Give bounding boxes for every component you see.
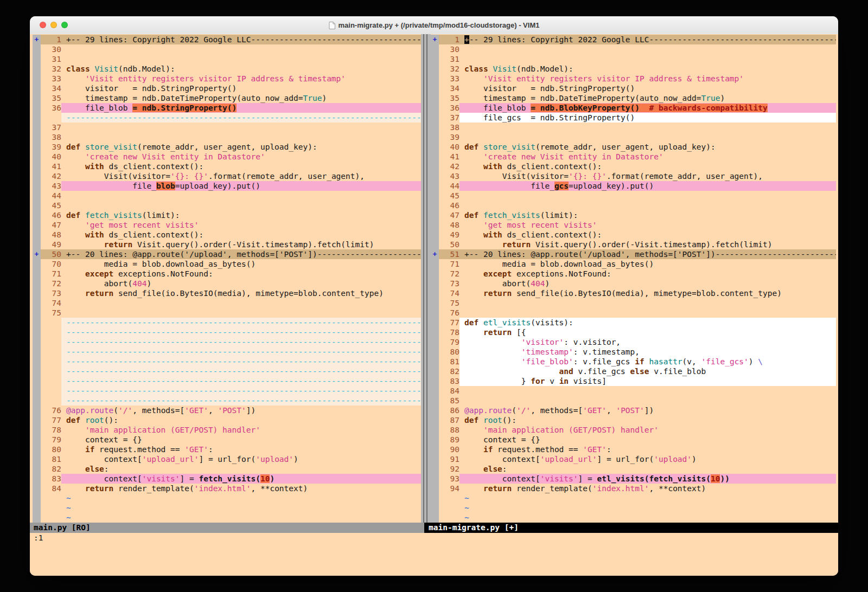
line-text[interactable]: 'Visit entity registers visitor IP addre… (459, 74, 836, 83)
line-text[interactable]: 'create new Visit entity in Datastore' (61, 152, 421, 162)
line-text[interactable]: return send_file(io.BytesIO(media), mime… (61, 288, 421, 298)
fold-expand-marker[interactable]: + (33, 35, 41, 44)
line-text[interactable] (61, 123, 421, 132)
line-text[interactable]: ----------------------------------------… (61, 386, 421, 396)
line-text[interactable]: context['visits'] = etl_visits(fetch_vis… (459, 474, 836, 484)
line-text[interactable] (459, 191, 836, 201)
code-line[interactable]: 41 with ds_client.context(): (33, 162, 421, 171)
code-line[interactable]: 32class Visit(ndb.Model): (33, 64, 421, 74)
code-line[interactable]: 78 'main application (GET/POST) handler' (33, 425, 421, 435)
line-text[interactable]: 'Visit entity registers visitor IP addre… (61, 74, 421, 83)
code-line[interactable]: 48 'get most recent visits' (431, 220, 836, 230)
line-text[interactable]: 'timestamp': v.timestamp, (459, 347, 836, 357)
code-line[interactable]: 87def root(): (431, 415, 836, 425)
line-text[interactable]: return render_template('index.html', **c… (459, 484, 836, 493)
line-text[interactable]: +-- 29 lines: Copyright 2022 Google LLC-… (61, 35, 421, 44)
line-text[interactable]: def fetch_visits(limit): (459, 210, 836, 220)
code-line[interactable]: 47def fetch_visits(limit): (431, 210, 836, 220)
code-line[interactable]: 78 return [{ (431, 327, 836, 337)
line-text[interactable]: +-- 20 lines: @app.route('/upload', meth… (61, 249, 421, 259)
line-text[interactable]: +-- 20 lines: @app.route('/upload', meth… (459, 249, 836, 259)
code-line[interactable]: 89 context = {} (431, 435, 836, 445)
line-text[interactable]: and v.file_gcs else v.file_blob (459, 366, 836, 376)
code-line[interactable]: 90 if request.method == 'GET': (431, 445, 836, 454)
code-line[interactable]: 88 'main application (GET/POST) handler' (431, 425, 836, 435)
vertical-split-separator[interactable] (421, 34, 431, 523)
code-line[interactable]: 84 return render_template('index.html', … (33, 484, 421, 493)
code-line[interactable]: 71 except exceptions.NotFound: (33, 269, 421, 279)
line-text[interactable]: ----------------------------------------… (61, 337, 421, 347)
line-text[interactable]: abort(404) (459, 279, 836, 288)
code-line[interactable]: 77def root(): (33, 415, 421, 425)
line-text[interactable]: file_blob = ndb.BlobKeyProperty() # back… (459, 103, 836, 113)
line-text[interactable] (459, 132, 836, 142)
line-text[interactable]: else: (61, 464, 421, 474)
line-text[interactable] (61, 132, 421, 142)
line-text[interactable] (459, 54, 836, 64)
code-line[interactable]: 79 'visitor': v.visitor, (431, 337, 836, 347)
line-text[interactable]: 'visitor': v.visitor, (459, 337, 836, 347)
code-line[interactable]: 46def fetch_visits(limit): (33, 210, 421, 220)
line-text[interactable]: file_blob=upload_key).put() (61, 181, 421, 191)
code-line[interactable]: 73 abort(404) (431, 279, 836, 288)
line-text[interactable]: if request.method == 'GET': (61, 445, 421, 454)
code-line[interactable]: 81 context['upload_url'] = url_for('uplo… (33, 454, 421, 464)
line-text[interactable] (61, 201, 421, 210)
filler-line[interactable]: ----------------------------------------… (33, 366, 421, 376)
line-text[interactable]: @app.route('/', methods=['GET', 'POST']) (459, 406, 836, 415)
line-text[interactable]: ----------------------------------------… (61, 113, 421, 123)
close-button[interactable] (40, 22, 46, 28)
line-text[interactable]: ----------------------------------------… (61, 357, 421, 366)
line-text[interactable]: timestamp = ndb.DateTimeProperty(auto_no… (61, 93, 421, 103)
tilde-line[interactable]: ~ (33, 503, 421, 513)
line-text[interactable] (459, 44, 836, 54)
code-line[interactable]: 75 (431, 298, 836, 308)
line-text[interactable]: def root(): (459, 415, 836, 425)
code-line[interactable]: 37 file_gcs = ndb.StringProperty() (431, 113, 836, 123)
code-line[interactable]: 41 'create new Visit entity in Datastore… (431, 152, 836, 162)
tilde-line[interactable]: ~ (431, 513, 836, 523)
line-text[interactable]: context = {} (61, 435, 421, 445)
line-text[interactable] (61, 54, 421, 64)
filler-line[interactable]: ----------------------------------------… (33, 376, 421, 386)
code-line[interactable]: 35 timestamp = ndb.DateTimeProperty(auto… (431, 93, 836, 103)
code-line[interactable]: 45 (33, 201, 421, 210)
line-text[interactable]: visitor = ndb.StringProperty() (61, 83, 421, 93)
line-text[interactable]: return render_template('index.html', **c… (61, 484, 421, 493)
line-text[interactable]: return send_file(io.BytesIO(media), mime… (459, 288, 836, 298)
filler-line[interactable]: ----------------------------------------… (33, 386, 421, 396)
line-text[interactable]: ----------------------------------------… (61, 396, 421, 406)
line-text[interactable]: 'create new Visit entity in Datastore' (459, 152, 836, 162)
line-text[interactable]: return Visit.query().order(-Visit.timest… (61, 240, 421, 249)
diff-pane-left[interactable]: +1+-- 29 lines: Copyright 2022 Google LL… (33, 35, 421, 523)
code-line[interactable]: 42 Visit(visitor='{}: {}'.format(remote_… (33, 171, 421, 181)
code-line[interactable]: 76@app.route('/', methods=['GET', 'POST'… (33, 406, 421, 415)
code-line[interactable]: 83 context['visits'] = fetch_visits(10) (33, 474, 421, 484)
line-text[interactable] (61, 308, 421, 318)
code-line[interactable]: 77def etl_visits(visits): (431, 318, 836, 327)
code-line[interactable]: 45 (431, 191, 836, 201)
line-text[interactable]: with ds_client.context(): (61, 230, 421, 240)
code-line[interactable]: 76 (431, 308, 836, 318)
filler-line[interactable]: ----------------------------------------… (33, 113, 421, 123)
code-line[interactable]: 44 file_gcs=upload_key).put() (431, 181, 836, 191)
line-text[interactable]: ----------------------------------------… (61, 347, 421, 357)
line-text[interactable]: file_gcs=upload_key).put() (459, 181, 836, 191)
fold-line[interactable]: +1+-- 29 lines: Copyright 2022 Google LL… (431, 35, 836, 44)
code-line[interactable]: 39 (431, 132, 836, 142)
code-line[interactable]: 30 (431, 44, 836, 54)
code-line[interactable]: 93 context['visits'] = etl_visits(fetch_… (431, 474, 836, 484)
code-line[interactable]: 35 timestamp = ndb.DateTimeProperty(auto… (33, 93, 421, 103)
code-line[interactable]: 91 context['upload_url'] = url_for('uplo… (431, 454, 836, 464)
line-text[interactable]: Visit(visitor='{}: {}'.format(remote_add… (61, 171, 421, 181)
status-line-right[interactable]: main-migrate.py [+] (424, 523, 838, 533)
line-text[interactable]: ----------------------------------------… (61, 327, 421, 337)
line-text[interactable]: return [{ (459, 327, 836, 337)
line-text[interactable]: ----------------------------------------… (61, 376, 421, 386)
line-text[interactable] (61, 191, 421, 201)
code-line[interactable]: 30 (33, 44, 421, 54)
code-line[interactable]: 36 file_blob = ndb.BlobKeyProperty() # b… (431, 103, 836, 113)
fold-line[interactable]: +50+-- 20 lines: @app.route('/upload', m… (33, 249, 421, 259)
line-text[interactable]: def store_visit(remote_addr, user_agent,… (459, 142, 836, 152)
minimize-button[interactable] (50, 22, 57, 28)
